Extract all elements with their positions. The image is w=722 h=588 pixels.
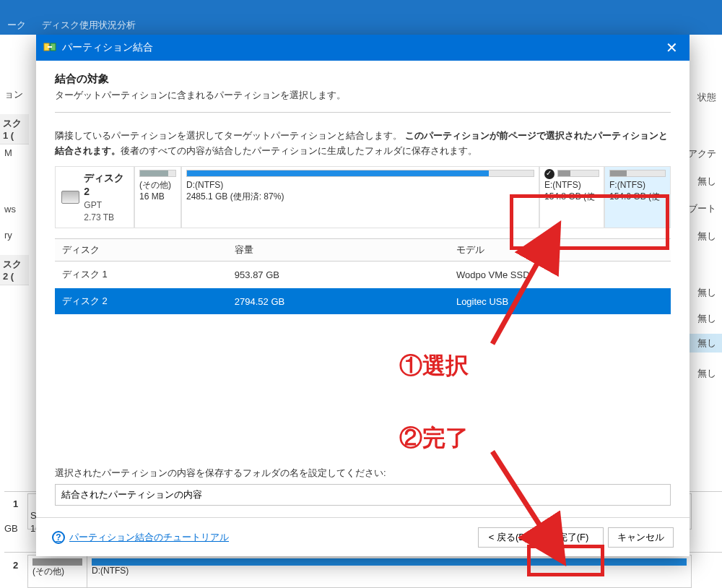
tutorial-link[interactable]: ? パーティション結合のチュートリアル	[52, 531, 229, 544]
part-label: D:(NTFS)	[186, 179, 534, 191]
part-size: 2485.1 GB (使用済: 87%)	[186, 191, 534, 202]
part-size: 154.8 GB (使	[544, 191, 599, 202]
bg-status: ブート	[688, 202, 716, 215]
bg-status: 無し	[697, 367, 716, 380]
bg-menu-item: ーク	[7, 20, 26, 30]
instruction-text: 隣接しているパーティションを選択してターゲットパーティションと結合します。 この…	[55, 129, 671, 159]
disk-identifier: ディスク 2 GPT 2.73 TB	[56, 167, 135, 228]
part-label: (その他)	[139, 179, 176, 191]
partition-d[interactable]: D:(NTFS) 2485.1 GB (使用済: 87%)	[182, 167, 540, 228]
finish-button[interactable]: 完了(F)	[543, 527, 604, 548]
disk-type: GPT	[84, 199, 128, 212]
bg-menu: ーク ディスク使用状況分析	[0, 16, 722, 35]
bg-status: 無し	[697, 175, 716, 188]
disk-name: ディスク 2	[84, 171, 128, 199]
bg-side-text: M	[0, 147, 29, 158]
merge-icon	[43, 40, 56, 56]
bg-status: 無し	[697, 230, 716, 243]
instruction-pre: 隣接しているパーティションを選択してターゲットパーティションと結合します。	[55, 130, 402, 141]
bg-bottom-text: GB	[4, 523, 18, 534]
col-disk: ディスク	[55, 239, 227, 261]
hdd-icon	[61, 191, 79, 204]
dialog-title: パーティション結合	[62, 41, 153, 54]
cancel-button[interactable]: キャンセル	[608, 527, 674, 548]
bg-bottom-dntfs: D:(NTFS)	[92, 566, 687, 576]
cell-disk: ディスク 1	[55, 261, 227, 288]
dialog-footer: ? パーティション結合のチュートリアル < 戻る(B) 完了(F) キャンセル	[36, 517, 690, 556]
bg-bottom-disk: 2	[13, 560, 18, 571]
help-icon: ?	[52, 531, 65, 544]
cell-cap: 953.87 GB	[227, 261, 449, 288]
merge-partition-dialog: パーティション結合 ✕ 結合の対象 ターゲットパーティションに含まれるパーティシ…	[36, 35, 690, 556]
bg-bottom-disk: 1	[13, 498, 18, 509]
dialog-content: 結合の対象 ターゲットパーティションに含まれるパーティションを選択します。 隣接…	[36, 61, 690, 506]
dialog-titlebar: パーティション結合 ✕	[36, 35, 690, 61]
check-icon	[544, 169, 554, 179]
close-icon[interactable]: ✕	[661, 40, 682, 55]
folder-name-input[interactable]	[55, 484, 671, 506]
bg-disk-label: スク 1 (	[0, 114, 29, 144]
part-label: F:(NTFS)	[609, 179, 666, 191]
cell-model: Wodpo VMe SSD	[449, 261, 671, 288]
table-row-selected[interactable]: ディスク 2 2794.52 GB Logitec USB	[55, 288, 671, 315]
footer-buttons: < 戻る(B) 完了(F) キャンセル	[478, 527, 674, 548]
cell-cap: 2794.52 GB	[227, 288, 449, 315]
section-title: 結合の対象	[55, 72, 671, 86]
partition-e[interactable]: E:(NTFS) 154.8 GB (使	[540, 167, 605, 228]
bg-bottom-other: (その他)	[32, 566, 82, 578]
bg-menu-item: ディスク使用状況分析	[42, 20, 136, 30]
partition-f[interactable]: F:(NTFS) 154.6 GB (使	[605, 167, 670, 228]
divider	[55, 112, 671, 113]
cell-model: Logitec USB	[449, 288, 671, 315]
bg-side-text: ws	[0, 204, 29, 215]
disk-table: ディスク 容量 モデル ディスク 1 953.87 GB Wodpo VMe S…	[55, 238, 671, 315]
instruction-post: 後者のすべての内容が結合したパーティションに生成したフォルダに保存されます。	[121, 145, 477, 156]
bg-side-text: ry	[0, 230, 29, 241]
bg-col-status: 状態	[697, 91, 716, 104]
bg-disk-label: スク 2 (	[0, 255, 29, 285]
table-row[interactable]: ディスク 1 953.87 GB Wodpo VMe SSD	[55, 261, 671, 288]
part-label: E:(NTFS)	[544, 179, 599, 191]
disk-partition-bar: ディスク 2 GPT 2.73 TB (その他) 16 MB D:(NTFS) …	[55, 166, 671, 229]
part-size: 16 MB	[139, 191, 176, 202]
disk-size: 2.73 TB	[84, 212, 128, 224]
partition-other[interactable]: (その他) 16 MB	[135, 167, 182, 228]
bg-bottom-part2: (その他) D:(NTFS)	[27, 555, 692, 588]
col-capacity: 容量	[227, 239, 449, 261]
section-desc: ターゲットパーティションに含まれるパーティションを選択します。	[55, 89, 671, 102]
back-button[interactable]: < 戻る(B)	[478, 527, 539, 548]
bg-status: 無し	[697, 312, 716, 325]
col-model: モデル	[449, 239, 671, 261]
cell-disk: ディスク 2	[55, 288, 227, 315]
bg-status: 無し	[697, 286, 716, 299]
part-size: 154.6 GB (使	[609, 191, 666, 202]
folder-name-label: 選択されたパーティションの内容を保存するフォルダの名を設定してください:	[55, 467, 671, 480]
tutorial-link-label: パーティション結合のチュートリアル	[69, 531, 229, 544]
bg-status: 無し	[697, 337, 716, 350]
bg-status: アクテ	[688, 147, 716, 160]
bg-side-text: ョン	[0, 88, 29, 101]
